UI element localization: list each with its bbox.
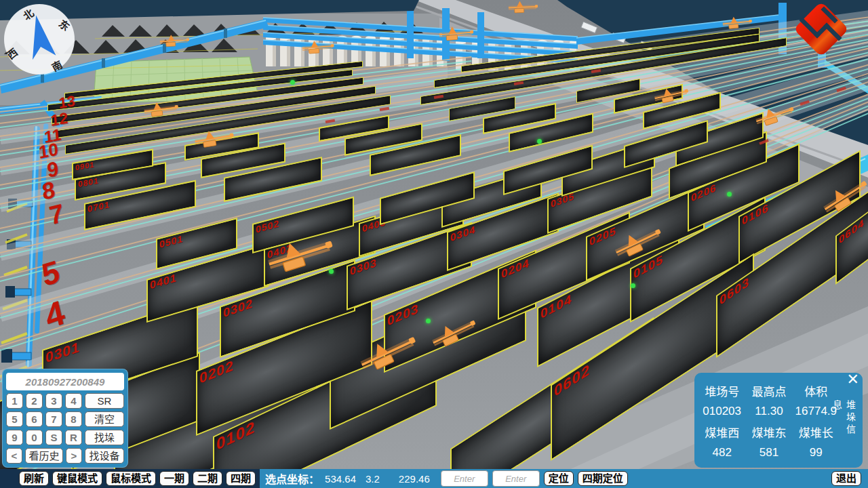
key-prev[interactable]: < xyxy=(6,448,22,464)
bottom-toolbar: 刷新 键鼠模式 鼠标模式 一期 二期 四期 选点坐标： 534.64 3.2 2… xyxy=(0,469,868,488)
stacker-reclaimer-icon[interactable] xyxy=(509,2,538,14)
keyboard-mouse-mode-button[interactable]: 键鼠模式 xyxy=(52,471,102,486)
phase1-button[interactable]: 一期 xyxy=(159,471,189,486)
phase2-button[interactable]: 二期 xyxy=(193,471,222,486)
key-6[interactable]: 6 xyxy=(26,411,43,427)
row-number-5: 5 xyxy=(39,255,62,291)
coord-y-value: 3.2 xyxy=(366,473,380,485)
status-dot xyxy=(290,80,295,85)
value-pile-length: 99 xyxy=(810,446,823,460)
locate-button[interactable]: 定位 xyxy=(544,471,574,486)
coord-input-1[interactable] xyxy=(441,470,488,487)
stacker-reclaimer-icon[interactable] xyxy=(302,41,334,55)
key-sr[interactable]: SR xyxy=(85,393,124,409)
col-header-pile-east: 煤堆东 xyxy=(751,424,786,441)
pile-id-label: 0204 xyxy=(501,257,530,281)
stacker-reclaimer-icon[interactable] xyxy=(160,36,190,48)
key-5[interactable]: 5 xyxy=(6,411,23,427)
pile-info-panel: ✕ 堆场号 最高点 体积 010203 11.30 16774.9 煤堆西 煤堆… xyxy=(694,373,863,468)
stacker-reclaimer-icon[interactable] xyxy=(439,27,474,42)
col-header-pile-length: 煤堆长 xyxy=(799,424,833,441)
pile-id-label: 0203 xyxy=(387,302,418,328)
row-number-8: 8 xyxy=(41,178,56,203)
row-number-7: 7 xyxy=(47,200,65,229)
pile-id-label: 0602 xyxy=(554,361,590,399)
pile-id-label: 0701 xyxy=(87,200,110,214)
status-dot xyxy=(329,269,334,274)
value-highest-point: 11.30 xyxy=(755,405,783,418)
key-4[interactable]: 4 xyxy=(65,393,82,409)
coord-label: 选点坐标： xyxy=(265,470,319,487)
key-next[interactable]: > xyxy=(66,448,82,464)
key-1[interactable]: 1 xyxy=(6,393,23,409)
keypad-panel: 1 2 3 4 SR 5 6 7 8 清空 9 0 S R 找垛 < 看历史 >… xyxy=(2,369,128,468)
coord-input-2[interactable] xyxy=(492,470,540,487)
company-logo xyxy=(785,3,857,58)
key-9[interactable]: 9 xyxy=(6,430,23,445)
col-header-pile-west: 煤堆西 xyxy=(705,424,739,441)
pile-id-label: 0901 xyxy=(75,161,94,171)
status-dot xyxy=(727,192,732,197)
coord-x-value: 534.64 xyxy=(325,473,356,485)
status-dot xyxy=(426,319,431,323)
mouse-mode-button[interactable]: 鼠标模式 xyxy=(106,471,156,486)
key-2[interactable]: 2 xyxy=(26,393,43,409)
key-history[interactable]: 看历史 xyxy=(25,448,63,464)
distant-pile-label-mark xyxy=(326,119,335,123)
panel-side-title: 堆垛信息 xyxy=(830,399,857,447)
key-s[interactable]: S xyxy=(45,430,62,445)
coord-z-value: 229.46 xyxy=(399,473,430,485)
col-header-volume: 体积 xyxy=(804,382,827,399)
value-pile-east: 581 xyxy=(760,446,778,460)
col-header-highest-point: 最高点 xyxy=(751,382,786,399)
key-find-device[interactable]: 找设备 xyxy=(85,448,124,464)
phase4-locate-button[interactable]: 四期定位 xyxy=(578,471,628,486)
value-yard-no: 010203 xyxy=(703,405,741,418)
key-0[interactable]: 0 xyxy=(26,430,43,445)
exit-button[interactable]: 退出 xyxy=(831,471,861,486)
close-icon[interactable]: ✕ xyxy=(847,371,859,388)
pile-id-label: 0502 xyxy=(256,218,279,234)
compass[interactable]: 北 东 西 南 xyxy=(1,1,77,77)
key-find-pile[interactable]: 找垛 xyxy=(85,430,124,445)
status-dot xyxy=(537,139,542,144)
value-pile-west: 482 xyxy=(712,446,731,460)
key-8[interactable]: 8 xyxy=(65,411,82,427)
toolbar-right-section: 选点坐标： 534.64 3.2 229.46 定位 四期定位 退出 xyxy=(260,469,868,488)
key-clear[interactable]: 清空 xyxy=(85,411,124,427)
key-7[interactable]: 7 xyxy=(45,411,62,427)
key-3[interactable]: 3 xyxy=(45,393,62,409)
col-header-yard-no: 堆场号 xyxy=(705,382,739,399)
toolbar-left-section: 刷新 键鼠模式 鼠标模式 一期 二期 四期 xyxy=(0,469,260,488)
refresh-button[interactable]: 刷新 xyxy=(19,471,49,486)
code-input[interactable] xyxy=(6,373,124,390)
pile-info-grid: 堆场号 最高点 体积 010203 11.30 16774.9 煤堆西 煤堆东 … xyxy=(698,380,840,462)
pile-id-label: 0301 xyxy=(45,340,80,365)
status-dot xyxy=(631,283,635,288)
phase4-button[interactable]: 四期 xyxy=(226,471,256,486)
app-window: 0102010301040105010602020203020402050206… xyxy=(0,0,868,488)
compass-dial xyxy=(1,1,77,77)
key-r[interactable]: R xyxy=(65,430,82,445)
